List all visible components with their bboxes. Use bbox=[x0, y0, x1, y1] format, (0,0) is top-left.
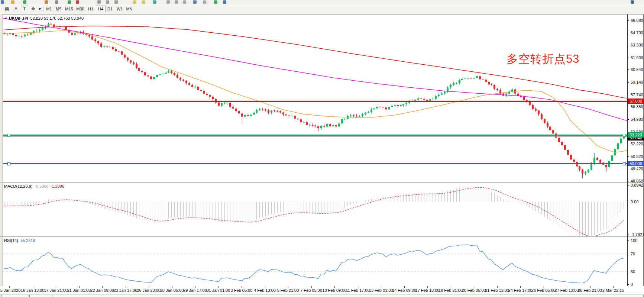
price-axis-tick bbox=[627, 169, 629, 169]
price-axis-label: 64.700 bbox=[631, 30, 643, 35]
hline-50-000-badge: 50.000 bbox=[628, 161, 644, 166]
price-axis-tick bbox=[627, 45, 629, 45]
hline-53-223-handle-right[interactable] bbox=[623, 134, 626, 137]
time-axis-tick bbox=[544, 286, 544, 288]
time-axis-tick bbox=[195, 286, 195, 288]
price-axis-label: 61.900 bbox=[631, 55, 643, 60]
price-axis-tick bbox=[627, 82, 629, 83]
hline-53-223-handle-left[interactable] bbox=[7, 134, 10, 137]
rsi-scale-label: 100 bbox=[631, 238, 637, 243]
hline-53-223[interactable] bbox=[3, 135, 627, 136]
hline-57-000[interactable] bbox=[3, 101, 627, 102]
chart-tab-bar bbox=[0, 294, 644, 297]
macd-scale-label: -1.7827 bbox=[631, 232, 644, 237]
new-order-icon[interactable] bbox=[1, 0, 4, 4]
macd-name: MACD(12,26,9) bbox=[4, 184, 32, 188]
macd-signal-value: -1.2096 bbox=[51, 184, 64, 188]
rsi-scale-label: 0 bbox=[631, 282, 633, 287]
rsi-value: 55.2819 bbox=[20, 238, 35, 243]
shapes-dropdown-icon[interactable]: ▾ bbox=[36, 6, 43, 12]
zoom-out-icon[interactable] bbox=[142, 0, 145, 4]
timeframe-button-m15[interactable]: M15 bbox=[64, 6, 74, 12]
chart-tab-2[interactable] bbox=[29, 295, 51, 297]
price-axis-tick bbox=[627, 95, 629, 95]
price-axis-tick bbox=[627, 144, 629, 144]
rsi-scale-label: 70 bbox=[631, 252, 635, 256]
hline-57-000-badge: 57.000 bbox=[628, 99, 644, 104]
price-axis-label: 54.980 bbox=[631, 117, 643, 122]
time-axis-tick bbox=[265, 286, 265, 288]
auto-scroll-icon[interactable] bbox=[153, 0, 156, 4]
time-axis-tick bbox=[79, 286, 80, 288]
templates-menu-icon[interactable] bbox=[193, 0, 197, 4]
timeframe-button-d1[interactable]: D1 bbox=[106, 6, 114, 12]
hline-53-223-badge: 53.223 bbox=[628, 132, 644, 138]
price-axis-label: 59.140 bbox=[631, 80, 643, 84]
chart-ohlc-values: 52.820 53.170 52.760 53.040 bbox=[30, 16, 84, 20]
chart-window-left-border bbox=[0, 14, 3, 297]
macd-panel-label: MACD(12,26,9)-0.5860-1.2096 bbox=[4, 184, 64, 188]
zoom-in-icon[interactable] bbox=[133, 0, 136, 4]
timeframe-button-mn[interactable]: MN bbox=[125, 6, 134, 12]
price-axis-label: 66.060 bbox=[631, 18, 643, 23]
help-icon[interactable] bbox=[631, 0, 634, 4]
time-axis-tick bbox=[149, 286, 149, 288]
current-price-line bbox=[3, 136, 627, 137]
indicators-icon[interactable] bbox=[175, 0, 178, 4]
price-axis-tick bbox=[627, 58, 629, 58]
time-axis-tick bbox=[497, 286, 498, 288]
price-axis-label: 57.740 bbox=[631, 93, 643, 97]
crosshair-icon[interactable] bbox=[214, 0, 217, 4]
globe-icon[interactable] bbox=[223, 0, 226, 4]
chart-tab-1[interactable] bbox=[1, 295, 29, 297]
time-axis-tick bbox=[334, 286, 335, 288]
cursor-icon[interactable] bbox=[203, 0, 206, 4]
price-axis-tick bbox=[627, 70, 629, 70]
text-label-tool-icon[interactable]: T bbox=[21, 6, 28, 12]
candlestick-chart-icon[interactable] bbox=[106, 0, 109, 4]
bar-chart-icon[interactable] bbox=[97, 0, 101, 4]
time-axis-tick bbox=[427, 286, 428, 288]
template-icon[interactable] bbox=[76, 0, 79, 4]
time-axis-tick bbox=[590, 286, 590, 288]
chart-tab-area[interactable] bbox=[52, 295, 644, 297]
timeframe-button-h1[interactable]: H1 bbox=[86, 6, 95, 12]
price-axis-label: 60.540 bbox=[631, 67, 643, 72]
navigator-icon[interactable] bbox=[45, 0, 48, 4]
hline-50-000-handle-left[interactable] bbox=[7, 162, 10, 165]
chart-symbol: UKOil-,H4 bbox=[9, 16, 28, 20]
price-axis-tick bbox=[627, 107, 629, 107]
market-watch-icon[interactable] bbox=[11, 0, 14, 4]
chart-dropdown-icon[interactable]: ▼ bbox=[4, 17, 7, 20]
time-axis-tick bbox=[381, 286, 381, 288]
timeframe-button-w1[interactable]: W1 bbox=[115, 6, 124, 12]
print-preview-icon[interactable] bbox=[68, 0, 71, 4]
timeframe-button-m1[interactable]: M1 bbox=[45, 6, 54, 12]
price-axis-tick bbox=[627, 33, 629, 33]
data-window-icon[interactable] bbox=[23, 0, 26, 4]
timeframe-button-m30[interactable]: M30 bbox=[75, 6, 85, 12]
macd-scale-label: 0.8942 bbox=[631, 183, 643, 187]
time-axis-tick bbox=[311, 286, 312, 288]
hline-50-000-handle-right[interactable] bbox=[623, 162, 626, 165]
font-tool-icon[interactable]: A bbox=[13, 6, 19, 12]
print-icon[interactable] bbox=[55, 0, 58, 4]
price-axis-tick bbox=[627, 156, 629, 157]
rsi-scale-tick bbox=[627, 272, 629, 272]
time-axis-tick bbox=[219, 286, 219, 288]
time-axis-tick bbox=[613, 286, 614, 288]
grid-tool-icon[interactable]: ▤ bbox=[4, 6, 10, 12]
chart-shift-icon[interactable] bbox=[166, 0, 170, 4]
timeframe-button-m5[interactable]: M5 bbox=[54, 6, 63, 12]
timeframe-button-h4[interactable]: H4 bbox=[96, 6, 106, 12]
periods-icon[interactable] bbox=[183, 0, 186, 4]
rsi-scale-tick bbox=[627, 254, 629, 254]
rsi-scale-label: 30 bbox=[631, 269, 635, 274]
chart-annotation-text[interactable]: 多空转折点53 bbox=[507, 51, 579, 67]
shapes-tool-icon[interactable]: ✥ bbox=[30, 6, 36, 12]
chart-title: ▼UKOil-,H4 52.820 53.170 52.760 53.040 bbox=[4, 16, 84, 20]
time-axis-label: 2 Mar 22:15 bbox=[595, 288, 632, 293]
line-chart-icon[interactable] bbox=[114, 0, 118, 4]
main-toolbar: ▤AT✥▾M1M5M15M30H1H4D1W1MN bbox=[0, 4, 644, 14]
hline-50-000[interactable] bbox=[3, 163, 627, 164]
